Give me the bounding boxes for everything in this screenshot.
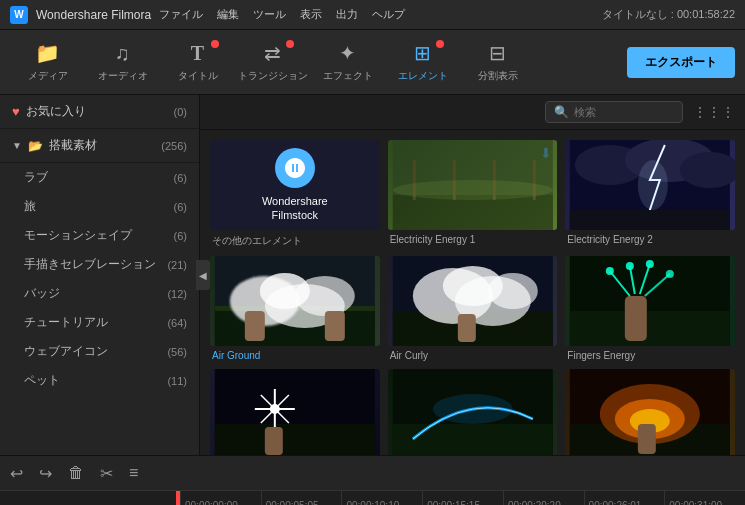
filmstock-brand-text: WondershareFilmstock: [262, 194, 328, 223]
svg-rect-30: [570, 311, 730, 346]
svg-point-27: [487, 273, 537, 309]
toolbar-media-label: メディア: [28, 69, 68, 83]
grid-item-fingersenergy[interactable]: ⬇: [565, 256, 735, 361]
cut-icon[interactable]: ✂: [100, 464, 113, 483]
svg-rect-49: [392, 424, 552, 455]
sidebar-item-love[interactable]: ラブ (6): [0, 163, 199, 192]
sidebar-collapse-handle[interactable]: ◀: [196, 260, 210, 290]
grid-item-aircurly[interactable]: ⬇ Air Curly: [388, 256, 558, 361]
thumb-electricity2-label: Electricity Energy 2: [565, 234, 735, 245]
sidebar-item-handdrawn-count: (21): [167, 259, 187, 271]
thumb-filmstock: WondershareFilmstock: [210, 140, 380, 230]
timeline-markers: 00:00:00:00 00:00:05:05 00:00:10:10 00:0…: [180, 491, 745, 505]
toolbar-media[interactable]: 📁 メディア: [10, 32, 85, 92]
toolbar-effect[interactable]: ✦ エフェクト: [310, 32, 385, 92]
sidebar-item-handdrawn[interactable]: 手描きセレブレーション (21): [0, 250, 199, 279]
toolbar-title-label: タイトル: [178, 69, 218, 83]
grid-item-electricity2[interactable]: ⬇: [565, 140, 735, 248]
sidebar-item-webicon[interactable]: ウェブアイコン (56): [0, 337, 199, 366]
stock-left: ▼ 📂 搭載素材: [12, 137, 97, 154]
tl-mark-5: 00:00:26:01: [584, 491, 665, 505]
thumb-fingersenergy-label: Fingers Energy: [565, 350, 735, 361]
menu-edit[interactable]: 編集: [217, 7, 239, 22]
title-icon: T: [191, 42, 204, 65]
tl-mark-6: 00:00:31:00: [664, 491, 745, 505]
transition-badge: [286, 40, 294, 48]
grid-item-row3a[interactable]: ⬇: [210, 369, 380, 455]
sidebar-item-pet-count: (11): [167, 375, 187, 387]
sidebar-item-badge[interactable]: バッジ (12): [0, 279, 199, 308]
titlebar-left: W Wondershare Filmora ファイル 編集 ツール 表示 出力 …: [10, 6, 405, 24]
thumb-row3c: ⬇: [565, 369, 735, 455]
content-toolbar: 🔍 ⋮⋮⋮: [200, 95, 745, 130]
element-badge: [436, 40, 444, 48]
toolbar-transition-label: トランジション: [238, 69, 308, 83]
audio-icon: ♫: [115, 42, 130, 65]
menu-help[interactable]: ヘルプ: [372, 7, 405, 22]
split-icon: ⊟: [489, 41, 506, 65]
toolbar-title[interactable]: T タイトル: [160, 32, 235, 92]
svg-point-6: [392, 180, 552, 200]
title-info: タイトルなし : 00:01:58:22: [602, 7, 735, 22]
grid-item-row3b[interactable]: ⬇: [388, 369, 558, 455]
menu-view[interactable]: 表示: [300, 7, 322, 22]
grid-item-row3c[interactable]: ⬇: [565, 369, 735, 455]
sidebar-item-travel[interactable]: 旅 (6): [0, 192, 199, 221]
grid-item-airground[interactable]: ⬇ +: [210, 256, 380, 361]
svg-rect-47: [265, 427, 283, 455]
app-name: Wondershare Filmora: [36, 8, 151, 22]
app-logo: W: [10, 6, 28, 24]
title-badge: [211, 40, 219, 48]
toolbar: 📁 メディア ♫ オーディオ T タイトル ⇄ トランジション ✦ エフェクト …: [0, 30, 745, 95]
search-box[interactable]: 🔍: [545, 101, 683, 123]
menu-output[interactable]: 出力: [336, 7, 358, 22]
search-icon: 🔍: [554, 105, 569, 119]
toolbar-transition[interactable]: ⇄ トランジション: [235, 32, 310, 92]
svg-rect-28: [457, 314, 475, 342]
svg-point-37: [626, 262, 634, 270]
favorites-section[interactable]: ♥ お気に入り (0): [0, 95, 199, 129]
thumb-electricity1-label: Electricity Energy 1: [388, 234, 558, 245]
toolbar-audio[interactable]: ♫ オーディオ: [85, 32, 160, 92]
sidebar-item-pet[interactable]: ペット (11): [0, 366, 199, 395]
toolbar-split[interactable]: ⊟ 分割表示: [460, 32, 535, 92]
svg-rect-20: [245, 311, 265, 341]
favorites-left: ♥ お気に入り: [12, 103, 86, 120]
redo-icon[interactable]: ↪: [39, 464, 52, 483]
media-icon: 📁: [35, 41, 60, 65]
tl-mark-4: 00:00:20:20: [503, 491, 584, 505]
sidebar: ♥ お気に入り (0) ▼ 📂 搭載素材 (256) ラブ (6) 旅 (6) …: [0, 95, 200, 455]
stock-section[interactable]: ▼ 📂 搭載素材 (256): [0, 129, 199, 163]
adjust-icon[interactable]: ≡: [129, 464, 138, 482]
menu-file[interactable]: ファイル: [159, 7, 203, 22]
svg-point-39: [666, 270, 674, 278]
svg-rect-12: [570, 210, 730, 230]
sidebar-item-webicon-label: ウェブアイコン: [24, 343, 108, 360]
sidebar-item-handdrawn-label: 手描きセレブレーション: [24, 256, 156, 273]
grid-item-electricity1[interactable]: ⬇ Electricity Energy 1: [388, 140, 558, 248]
svg-point-36: [606, 267, 614, 275]
toolbar-split-label: 分割表示: [478, 69, 518, 83]
menu-tools[interactable]: ツール: [253, 7, 286, 22]
svg-point-50: [432, 394, 512, 424]
search-input[interactable]: [574, 106, 674, 118]
sidebar-item-motion[interactable]: モーションシェイプ (6): [0, 221, 199, 250]
filmstock-logo: [275, 148, 315, 188]
export-button[interactable]: エクスポート: [627, 47, 735, 78]
thumb-fingersenergy: ⬇: [565, 256, 735, 346]
sidebar-item-tutorial[interactable]: チュートリアル (64): [0, 308, 199, 337]
sidebar-item-badge-count: (12): [167, 288, 187, 300]
sidebar-item-tutorial-label: チュートリアル: [24, 314, 108, 331]
svg-rect-41: [215, 424, 375, 455]
grid-item-filmstock[interactable]: WondershareFilmstock その他のエレメント: [210, 140, 380, 248]
sidebar-item-motion-label: モーションシェイプ: [24, 227, 132, 244]
undo-icon[interactable]: ↩: [10, 464, 23, 483]
effect-icon: ✦: [339, 41, 356, 65]
delete-icon[interactable]: 🗑: [68, 464, 84, 482]
sidebar-item-travel-label: 旅: [24, 198, 36, 215]
svg-point-38: [646, 260, 654, 268]
svg-rect-56: [638, 424, 656, 454]
grid-view-icon[interactable]: ⋮⋮⋮: [693, 104, 735, 120]
sidebar-item-motion-count: (6): [174, 230, 187, 242]
toolbar-element[interactable]: ⊞ エレメント: [385, 32, 460, 92]
